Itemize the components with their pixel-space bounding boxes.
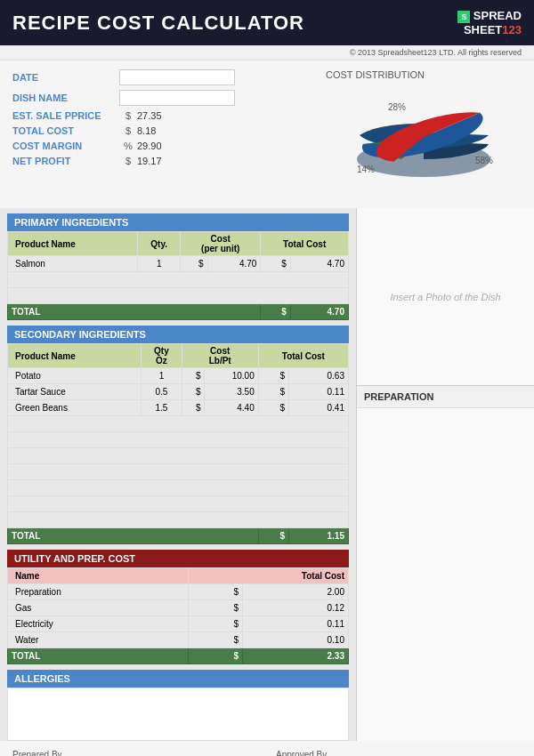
primary-col-qty: Qty.	[138, 232, 181, 256]
secondary-col-total: Total Cost	[258, 344, 348, 368]
secondary-table: Product Name Qty Oz Cost Lb/Pt Total Cos…	[7, 343, 349, 544]
sale-value: 27.35	[137, 110, 162, 121]
table-row	[8, 416, 349, 432]
photo-box: Insert a Photo of the Dish	[357, 208, 534, 386]
allergies-box	[7, 688, 349, 741]
preparation-body	[357, 408, 534, 542]
table-row: Green Beans 1.5 $ 4.40 $ 0.41	[8, 400, 349, 416]
cost-margin-value: 29.90	[137, 141, 162, 151]
left-column: PRIMARY INGREDIENTS Product Name Qty. Co…	[0, 208, 356, 741]
total-cost-row: TOTAL COST $ 8.18	[12, 125, 317, 136]
pct58-label: 58%	[475, 156, 493, 165]
utility-col-headers: Name Total Cost	[8, 568, 349, 584]
table-row: Tartar Sauce 0.5 $ 3.50 $ 0.11	[8, 384, 349, 400]
app-title: RECIPE COST CALCULATOR	[12, 12, 304, 35]
total-cost-value: 8.18	[137, 125, 156, 136]
primary-col-name: Product Name	[8, 232, 138, 256]
cost-margin-unit: %	[119, 141, 137, 151]
utility-table: Name Total Cost Preparation $ 2.00 Gas $…	[7, 567, 349, 664]
table-row	[8, 464, 349, 480]
secondary-col-name: Product Name	[8, 344, 142, 368]
preparation-label: PREPARATION	[357, 386, 534, 408]
cost-margin-row: COST MARGIN % 29.90	[12, 141, 317, 151]
chart-section: COST DISTRIBUTION	[326, 69, 522, 199]
sale-row: EST. SALE PPRICE $ 27.35	[12, 110, 317, 121]
secondary-col-qty: Qty Oz	[142, 344, 182, 368]
logo: S SPREAD SHEET123	[457, 9, 522, 36]
secondary-col-cost: Cost Lb/Pt	[182, 344, 258, 368]
table-row: Potato 1 $ 10.00 $ 0.63	[8, 368, 349, 384]
secondary-section: SECONDARY INGREDIENTS Product Name Qty O…	[7, 326, 349, 544]
secondary-total-unit: $	[258, 528, 288, 544]
table-row: Water $ 0.10	[8, 632, 349, 648]
utility-total-value: 2.33	[243, 648, 349, 664]
primary-header: PRIMARY INGREDIENTS	[7, 213, 349, 231]
allergies-header: ALLERGIES	[7, 670, 349, 688]
utility-total-label: TOTAL	[8, 648, 189, 664]
total-cost-label: TOTAL COST	[12, 125, 119, 136]
right-column: Insert a Photo of the Dish PREPARATION	[356, 208, 534, 741]
pie-chart: 28% 14% 58%	[326, 84, 504, 199]
primary-section: PRIMARY INGREDIENTS Product Name Qty. Co…	[7, 213, 349, 320]
total-cost-unit: $	[119, 125, 137, 136]
utility-col-total: Total Cost	[189, 568, 349, 584]
table-row: Preparation $ 2.00	[8, 584, 349, 600]
cost-margin-label: COST MARGIN	[12, 141, 119, 151]
info-section: DATE DISH NAME EST. SALE PPRICE $ 27.35 …	[0, 60, 534, 208]
net-profit-unit: $	[119, 156, 137, 166]
table-row: Salmon 1 $ 4.70 $ 4.70	[8, 256, 349, 272]
table-row	[8, 496, 349, 512]
primary-total-unit: $	[261, 304, 290, 320]
secondary-total-row: TOTAL $ 1.15	[8, 528, 349, 544]
utility-total-unit: $	[189, 648, 243, 664]
primary-col-cost: Cost (per unit)	[181, 232, 261, 256]
primary-table: Product Name Qty. Cost (per unit) Total …	[7, 231, 349, 320]
utility-col-name: Name	[8, 568, 189, 584]
copyright-text: © 2013 Spreadsheet123 LTD. All rights re…	[0, 45, 534, 60]
table-row	[8, 448, 349, 464]
table-row	[8, 272, 349, 288]
secondary-total-value: 1.15	[288, 528, 348, 544]
dish-input[interactable]	[119, 90, 235, 106]
table-row	[8, 480, 349, 496]
utility-header: UTILITY AND PREP. COST	[7, 550, 349, 567]
footer-approved: Approved By Occupation	[276, 750, 522, 756]
prepared-by-label: Prepared By	[12, 750, 258, 756]
pct14-label: 14%	[357, 165, 375, 174]
footer-prepared: Prepared By Occupation	[12, 750, 258, 756]
chart-title: COST DISTRIBUTION	[326, 69, 522, 80]
utility-section: UTILITY AND PREP. COST Name Total Cost P…	[7, 550, 349, 664]
net-profit-value: 19.17	[137, 156, 162, 166]
dish-row: DISH NAME	[12, 90, 317, 106]
pie-chart-svg: 28% 14% 58%	[326, 84, 504, 199]
primary-total-value: 4.70	[290, 304, 348, 320]
photo-placeholder: Insert a Photo of the Dish	[390, 292, 500, 302]
table-row	[8, 512, 349, 528]
date-row: DATE	[12, 69, 317, 85]
date-input[interactable]	[119, 69, 235, 85]
sale-unit: $	[119, 110, 137, 121]
main-content: PRIMARY INGREDIENTS Product Name Qty. Co…	[0, 208, 534, 741]
footer: Prepared By Occupation Approved By Occup…	[0, 741, 534, 756]
utility-total-row: TOTAL $ 2.33	[8, 648, 349, 664]
pct28-label: 28%	[388, 102, 406, 112]
logo-name: SPREAD SHEET123	[464, 9, 522, 36]
net-profit-label: NET PROFIT	[12, 156, 119, 166]
info-fields: DATE DISH NAME EST. SALE PPRICE $ 27.35 …	[12, 69, 317, 199]
primary-col-total: Total Cost	[261, 232, 349, 256]
table-row: Gas $ 0.12	[8, 600, 349, 616]
approved-by-label: Approved By	[276, 750, 522, 756]
sale-label: EST. SALE PPRICE	[12, 110, 119, 121]
primary-total-label: TOTAL	[8, 304, 261, 320]
table-row	[8, 288, 349, 304]
secondary-total-label: TOTAL	[8, 528, 259, 544]
table-row: Electricity $ 0.11	[8, 616, 349, 632]
primary-total-row: TOTAL $ 4.70	[8, 304, 349, 320]
secondary-header: SECONDARY INGREDIENTS	[7, 326, 349, 343]
dish-label: DISH NAME	[12, 92, 119, 103]
net-profit-row: NET PROFIT $ 19.17	[12, 156, 317, 166]
app-header: RECIPE COST CALCULATOR S SPREAD SHEET123	[0, 0, 534, 45]
table-row	[8, 432, 349, 448]
logo-s: S	[457, 11, 470, 23]
date-label: DATE	[12, 72, 119, 83]
